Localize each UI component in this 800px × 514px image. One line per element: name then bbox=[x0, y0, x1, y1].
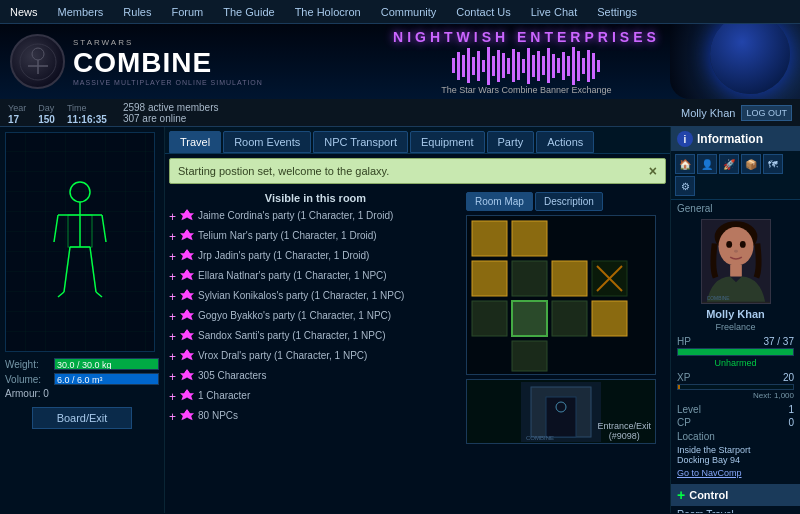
svg-text:COMBINE: COMBINE bbox=[706, 296, 729, 301]
weight-row: Weight: 30.0 / 30.0 kg bbox=[5, 358, 159, 370]
message-close-button[interactable]: × bbox=[649, 163, 657, 179]
entity-expand-icon[interactable]: + bbox=[169, 410, 176, 424]
level-label: Level bbox=[677, 404, 701, 415]
svg-text:COMBINE: COMBINE bbox=[526, 435, 554, 441]
action-tab-party[interactable]: Party bbox=[487, 131, 535, 153]
control-title: Control bbox=[689, 489, 728, 501]
entity-expand-icon[interactable]: + bbox=[169, 250, 176, 264]
nav-item-the-holocron[interactable]: The Holocron bbox=[285, 0, 371, 24]
nav-item-live-chat[interactable]: Live Chat bbox=[521, 0, 587, 24]
entity-text[interactable]: 1 Character bbox=[198, 389, 250, 402]
inventory-icon-btn[interactable]: 📦 bbox=[741, 154, 761, 174]
entity-expand-icon[interactable]: + bbox=[169, 370, 176, 384]
planet bbox=[710, 24, 790, 94]
description-tab[interactable]: Description bbox=[535, 192, 603, 211]
entity-text[interactable]: Jrp Jadin's party (1 Character, 1 Droid) bbox=[198, 249, 369, 262]
entity-text[interactable]: 305 Characters bbox=[198, 369, 266, 382]
location-line1: Inside the Starport bbox=[671, 444, 800, 455]
map-icon-btn[interactable]: 🗺 bbox=[763, 154, 783, 174]
entity-item: +80 NPCs bbox=[169, 408, 462, 425]
nav-item-forum[interactable]: Forum bbox=[161, 0, 213, 24]
room-map-svg bbox=[467, 216, 656, 375]
weight-bar: 30.0 / 30.0 kg bbox=[54, 358, 159, 370]
logout-button[interactable]: LOG OUT bbox=[741, 105, 792, 121]
char-stats: Weight: 30.0 / 30.0 kg Volume: 6.0 / 6.0… bbox=[5, 358, 159, 399]
armour-val: 0 bbox=[43, 388, 49, 399]
home-icon-btn[interactable]: 🏠 bbox=[675, 154, 695, 174]
year-block: Year 17 bbox=[8, 101, 26, 125]
action-tab-actions[interactable]: Actions bbox=[536, 131, 594, 153]
entity-text[interactable]: Vrox Dral's party (1 Character, 1 NPC) bbox=[198, 349, 367, 362]
entity-text[interactable]: Gogyo Byakko's party (1 Character, 1 NPC… bbox=[198, 309, 391, 322]
entity-expand-icon[interactable]: + bbox=[169, 230, 176, 244]
entity-expand-icon[interactable]: + bbox=[169, 310, 176, 324]
online-count: 307 are online bbox=[123, 113, 219, 124]
entity-item: +1 Character bbox=[169, 388, 462, 405]
action-tabs: TravelRoom EventsNPC TransportEquipmentP… bbox=[165, 127, 670, 154]
svg-point-19 bbox=[184, 290, 190, 296]
person-icon-btn[interactable]: 👤 bbox=[697, 154, 717, 174]
logo-circle bbox=[10, 34, 65, 89]
entity-expand-icon[interactable]: + bbox=[169, 390, 176, 404]
board-exit-button[interactable]: Board/Exit bbox=[32, 407, 132, 429]
svg-point-21 bbox=[184, 330, 190, 336]
entity-expand-icon[interactable]: + bbox=[169, 290, 176, 304]
day-label: Day bbox=[38, 103, 54, 113]
panel-icons: 🏠 👤 🚀 📦 🗺 ⚙ bbox=[671, 151, 800, 200]
starwars-label: STARWARS bbox=[73, 38, 263, 47]
entity-type-icon bbox=[180, 249, 194, 263]
svg-point-18 bbox=[184, 270, 190, 276]
entity-text[interactable]: Telium Nar's party (1 Character, 1 Droid… bbox=[198, 229, 377, 242]
nav-item-community[interactable]: Community bbox=[371, 0, 447, 24]
entity-text[interactable]: Ellara Natlnar's party (1 Character, 1 N… bbox=[198, 269, 387, 282]
room-map-tab[interactable]: Room Map bbox=[466, 192, 533, 211]
nav-item-settings[interactable]: Settings bbox=[587, 0, 647, 24]
banner-subtitle: The Star Wars Combine Banner Exchange bbox=[441, 85, 611, 95]
top-nav: NewsMembersRulesForumThe GuideThe Holocr… bbox=[0, 0, 800, 24]
armour-row: Armour: 0 bbox=[5, 388, 159, 399]
message-text: Starting postion set, welcome to the gal… bbox=[178, 165, 649, 177]
day-block: Day 150 bbox=[38, 101, 55, 125]
entity-expand-icon[interactable]: + bbox=[169, 210, 176, 224]
svg-rect-26 bbox=[472, 221, 507, 256]
entity-type-icon bbox=[180, 409, 194, 423]
nav-item-news[interactable]: News bbox=[0, 0, 48, 24]
control-plus-icon: + bbox=[677, 487, 685, 503]
entrance-thumbnail: COMBINE Entrance/Exit (#9098) bbox=[466, 379, 656, 444]
svg-point-20 bbox=[184, 310, 190, 316]
action-tab-equipment[interactable]: Equipment bbox=[410, 131, 485, 153]
location-line2: Docking Bay 94 bbox=[671, 455, 800, 467]
user-info: Molly Khan LOG OUT bbox=[681, 105, 792, 121]
entity-text[interactable]: 80 NPCs bbox=[198, 409, 238, 422]
entity-expand-icon[interactable]: + bbox=[169, 330, 176, 344]
ship-icon-btn[interactable]: 🚀 bbox=[719, 154, 739, 174]
volume-bar: 6.0 / 6.0 m³ bbox=[54, 373, 159, 385]
nav-item-the-guide[interactable]: The Guide bbox=[213, 0, 284, 24]
general-label: General bbox=[671, 200, 800, 217]
svg-point-17 bbox=[184, 250, 190, 256]
navcomp-link[interactable]: Go to NavComp bbox=[671, 467, 800, 482]
entity-expand-icon[interactable]: + bbox=[169, 350, 176, 364]
day-val: 150 bbox=[38, 114, 55, 125]
svg-line-11 bbox=[90, 247, 96, 292]
entity-text[interactable]: Jaime Cordina's party (1 Character, 1 Dr… bbox=[198, 209, 393, 222]
character-display bbox=[5, 132, 155, 352]
entity-text[interactable]: Sylvian Konikalos's party (1 Character, … bbox=[198, 289, 404, 302]
entity-type-icon bbox=[180, 209, 194, 223]
action-tab-npc-transport[interactable]: NPC Transport bbox=[313, 131, 408, 153]
room-travel-label: Room Travel bbox=[671, 506, 800, 513]
settings-icon-btn[interactable]: ⚙ bbox=[675, 176, 695, 196]
entity-type-icon bbox=[180, 349, 194, 363]
nav-item-contact-us[interactable]: Contact Us bbox=[446, 0, 520, 24]
info-panel-title: Information bbox=[697, 132, 763, 146]
nav-item-members[interactable]: Members bbox=[48, 0, 114, 24]
active-members: 2598 active members bbox=[123, 102, 219, 113]
entity-text[interactable]: Sandox Santi's party (1 Character, 1 NPC… bbox=[198, 329, 386, 342]
nav-item-rules[interactable]: Rules bbox=[113, 0, 161, 24]
level-val: 1 bbox=[788, 404, 794, 415]
entity-item: +Sylvian Konikalos's party (1 Character,… bbox=[169, 288, 462, 305]
action-tab-room-events[interactable]: Room Events bbox=[223, 131, 311, 153]
svg-point-25 bbox=[184, 410, 190, 416]
action-tab-travel[interactable]: Travel bbox=[169, 131, 221, 153]
entity-expand-icon[interactable]: + bbox=[169, 270, 176, 284]
